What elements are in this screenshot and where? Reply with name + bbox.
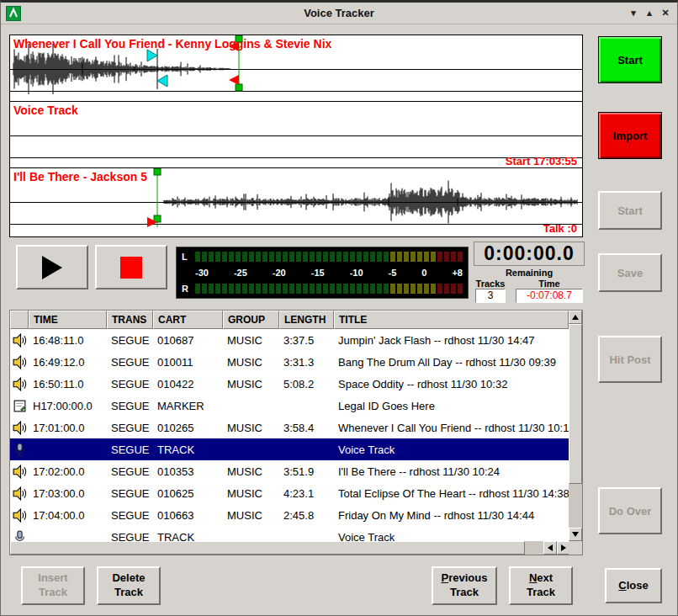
vertical-scroll-thumb[interactable] [569, 324, 582, 484]
horizontal-scroll-thumb[interactable] [10, 541, 525, 555]
divider-line [10, 135, 582, 136]
play-button[interactable] [16, 245, 88, 289]
start-marker-handle-top[interactable] [154, 168, 161, 175]
vertical-scrollbar[interactable] [569, 311, 582, 541]
close-window-icon[interactable]: ✕ [659, 7, 672, 20]
cell-length: 2:45.8 [279, 509, 334, 522]
log-row[interactable]: 16:49:12.0SEGUE010011MUSIC3:31.3Bang The… [10, 351, 569, 373]
log-row[interactable]: 16:48:11.0SEGUE010687MUSIC3:37.5Jumpin' … [10, 329, 569, 351]
waveform-area: Whenever I Call You Friend - Kenny Loggi… [9, 35, 583, 237]
marker-icon [10, 399, 29, 413]
import-button[interactable]: Import [598, 112, 662, 159]
column-header-title[interactable]: TITLE [334, 311, 569, 329]
log-row[interactable]: SEGUETRACKVoice Track [10, 526, 569, 541]
meter-scale: -30-25-20-15-10-50+8 [195, 268, 463, 279]
meter-segment [424, 252, 429, 262]
meter-scale-label: -10 [350, 268, 363, 278]
meter-right-label: R [182, 284, 195, 294]
minimize-icon[interactable]: ▾ [627, 7, 640, 20]
save-button[interactable]: Save [598, 253, 662, 292]
log-row[interactable]: 17:02:00.0SEGUE010353MUSIC3:51.9I'll Be … [10, 460, 569, 482]
cell-time: 16:49:12.0 [29, 356, 107, 369]
cell-title: Whenever I Call You Friend -- rdhost 11/… [334, 422, 569, 434]
insert-track-button[interactable]: Insert Track [21, 566, 85, 605]
log-row[interactable]: H17:00:00.0SEGUEMARKERLegal ID Goes Here [10, 395, 569, 417]
hit-post-button[interactable]: Hit Post [598, 336, 662, 383]
waveform [10, 168, 582, 235]
scroll-down-button[interactable] [569, 528, 582, 541]
cell-trans: SEGUE [107, 334, 153, 347]
column-header-length[interactable]: LENGTH [279, 311, 334, 329]
meter-segment [377, 252, 382, 262]
delete-track-button[interactable]: Delete Track [97, 566, 161, 605]
talk-end-marker[interactable] [157, 75, 167, 87]
do-over-button[interactable]: Do Over [598, 487, 662, 534]
cell-length: 4:23.1 [279, 487, 334, 500]
segue-marker-top[interactable] [229, 41, 239, 51]
cell-title: Jumpin' Jack Flash -- rdhost 11/30 14:47 [334, 334, 569, 347]
button-label: Previous Track [440, 571, 489, 600]
voice-tracker-window: Voice Tracker ▾ ▴ ✕ Whenever I Call You … [0, 0, 678, 616]
maximize-icon[interactable]: ▴ [643, 7, 656, 20]
meter-scale-label: -30 [195, 268, 209, 278]
scroll-left-button[interactable] [543, 541, 557, 555]
play-icon [42, 256, 62, 279]
segue-marker-bottom[interactable] [229, 75, 239, 85]
column-header-icon[interactable] [10, 311, 29, 329]
cell-time: 17:01:00.0 [29, 422, 107, 434]
meter-scale-label: -5 [389, 268, 397, 278]
log-header: TIMETRANSCARTGROUPLENGTHTITLE [10, 311, 569, 329]
talk-start-marker[interactable] [147, 50, 157, 61]
cell-cart: 010353 [153, 465, 223, 478]
log-row[interactable]: 17:03:00.0SEGUE010625MUSIC4:23.1Total Ec… [10, 482, 569, 504]
column-header-group[interactable]: GROUP [223, 311, 279, 329]
waveform-panel-voice-track[interactable]: Voice Track Start 17:03:55 [10, 102, 582, 168]
next-track-button[interactable]: Next Track [509, 566, 573, 605]
meter-left-label: L [182, 252, 195, 262]
meter-segment [384, 284, 389, 294]
cell-length: 3:37.5 [279, 334, 334, 347]
log-row[interactable]: 17:01:00.0SEGUE010265MUSIC3:58.4Whenever… [10, 417, 569, 438]
meter-segment [444, 284, 449, 294]
speaker-icon [10, 508, 29, 523]
cell-cart: 010663 [153, 509, 223, 522]
previous-track-button[interactable]: Previous Track [432, 566, 497, 605]
waveform-panel-previous-track[interactable]: Whenever I Call You Friend - Kenny Loggi… [10, 35, 582, 102]
meter-segment [343, 252, 348, 262]
cell-time: 17:02:00.0 [29, 465, 107, 478]
meter-segment [404, 252, 409, 262]
cell-time: 16:50:11.0 [29, 378, 107, 390]
speaker-icon [10, 465, 29, 479]
meter-segment [404, 284, 409, 294]
meter-segment [424, 284, 429, 294]
time-display: 0:00:00.0 [474, 242, 585, 266]
cell-time: 17:04:00.0 [29, 509, 107, 522]
remaining-label: Remaining [474, 268, 585, 278]
mic-icon [10, 443, 29, 457]
close-button[interactable]: Close [605, 568, 662, 603]
scroll-up-button[interactable] [569, 311, 582, 324]
column-header-cart[interactable]: CART [153, 311, 223, 329]
horizontal-scrollbar[interactable] [10, 541, 569, 555]
meter-segment [357, 284, 362, 294]
cell-length: 5:08.2 [279, 378, 334, 390]
meter-scale-label: +8 [452, 268, 463, 278]
log-row[interactable]: SEGUETRACKVoice Track [10, 438, 569, 460]
end-marker-handle-bottom[interactable] [236, 84, 242, 91]
log-row[interactable]: 17:04:00.0SEGUE010663MUSIC2:45.8Friday O… [10, 504, 569, 526]
start-button-secondary[interactable]: Start [598, 191, 662, 230]
column-header-time[interactable]: TIME [29, 311, 107, 329]
start-button[interactable]: Start [598, 36, 662, 83]
meter-segment [222, 252, 227, 262]
column-header-trans[interactable]: TRANS [107, 311, 153, 329]
stop-button[interactable] [95, 245, 167, 289]
audio-meter: L -30-25-20-15-10-50+8 R [176, 247, 469, 299]
track-title: Voice Track [13, 104, 78, 117]
meter-segment [256, 252, 261, 262]
end-marker-handle-top[interactable] [236, 35, 242, 42]
cell-time: 16:48:11.0 [29, 334, 107, 347]
log-row[interactable]: 16:50:11.0SEGUE010422MUSIC5:08.2Space Od… [10, 373, 569, 395]
log-table: TIMETRANSCARTGROUPLENGTHTITLE 16:48:11.0… [9, 310, 583, 555]
waveform-panel-next-track[interactable]: I'll Be There - Jackson 5 Talk :0 [10, 168, 582, 235]
button-label: Insert Track [29, 571, 77, 600]
